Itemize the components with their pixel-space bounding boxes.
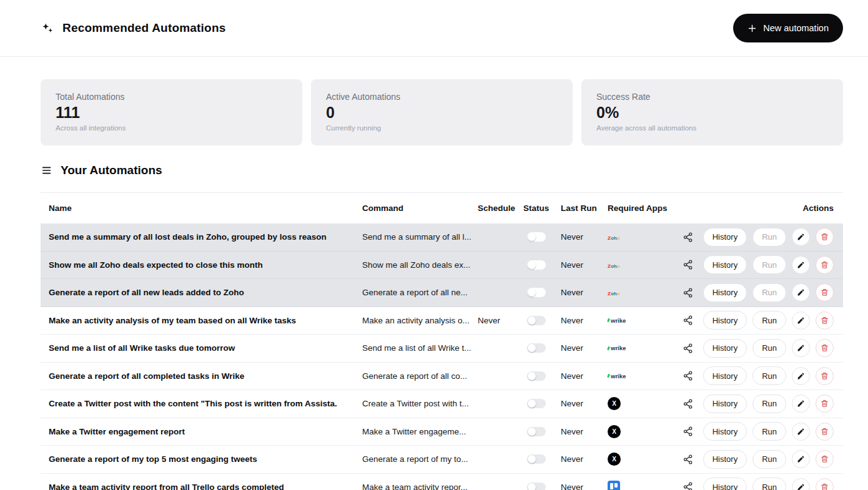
share-button[interactable] xyxy=(681,369,695,383)
status-toggle[interactable] xyxy=(527,288,546,297)
share-button[interactable] xyxy=(681,453,695,466)
share-button[interactable] xyxy=(681,480,695,490)
edit-button[interactable] xyxy=(792,478,810,490)
status-toggle[interactable] xyxy=(527,260,546,270)
delete-button[interactable] xyxy=(816,256,834,274)
pencil-icon xyxy=(797,455,805,463)
stat-card-total-automations: Total Automations 111 Across all integra… xyxy=(41,79,302,145)
status-toggle[interactable] xyxy=(527,454,546,464)
required-apps-cell: X xyxy=(608,397,679,410)
status-toggle[interactable] xyxy=(527,483,546,490)
run-button[interactable]: Run xyxy=(752,228,786,247)
run-button[interactable]: Run xyxy=(752,255,786,274)
share-button[interactable] xyxy=(681,313,695,327)
zoho-icon: Zoho xyxy=(608,232,620,242)
toggle-knob xyxy=(528,233,536,241)
history-button[interactable]: History xyxy=(703,311,747,330)
automation-command: Generate a report of all co... xyxy=(362,371,478,381)
edit-button[interactable] xyxy=(792,311,810,330)
stat-card-active-automations: Active Automations 0 Currently running xyxy=(311,79,573,145)
run-button[interactable]: Run xyxy=(752,478,786,490)
trash-icon xyxy=(821,399,829,408)
run-button[interactable]: Run xyxy=(752,422,786,441)
toggle-knob xyxy=(528,455,536,463)
status-toggle[interactable] xyxy=(527,343,546,353)
edit-button[interactable] xyxy=(792,423,810,441)
history-button[interactable]: History xyxy=(703,283,747,302)
twitter-x-icon: X xyxy=(608,397,621,410)
stats-row: Total Automations 111 Across all integra… xyxy=(41,79,843,145)
last-run-value: Never xyxy=(561,232,608,242)
edit-button[interactable] xyxy=(792,450,810,468)
share-button[interactable] xyxy=(681,230,695,244)
table-row: Generate a report of my top 5 most engag… xyxy=(41,446,843,474)
share-icon xyxy=(683,315,694,326)
history-button[interactable]: History xyxy=(703,478,747,490)
new-automation-button[interactable]: New automation xyxy=(733,14,843,42)
pencil-icon xyxy=(797,288,805,296)
share-button[interactable] xyxy=(681,341,695,355)
table-row: Show me all Zoho deals expected to close… xyxy=(41,252,843,280)
automation-command: Make a team activity repor... xyxy=(362,483,478,490)
page-header: Recommended Automations New automation xyxy=(0,0,868,57)
edit-button[interactable] xyxy=(792,228,810,246)
share-button[interactable] xyxy=(681,424,695,438)
pencil-icon xyxy=(797,483,805,490)
twitter-x-icon: X xyxy=(608,453,621,466)
status-toggle[interactable] xyxy=(527,316,546,325)
table-row: Make a Twitter engagement report Make a … xyxy=(41,418,843,446)
zoho-icon: Zoho xyxy=(608,260,620,270)
history-button[interactable]: History xyxy=(703,394,747,413)
delete-button[interactable] xyxy=(816,228,834,246)
automation-command: Make an activity analysis o... xyxy=(362,316,478,325)
delete-button[interactable] xyxy=(816,311,834,330)
wrike-icon: wrike xyxy=(608,345,626,351)
share-icon xyxy=(683,232,694,243)
history-button[interactable]: History xyxy=(703,450,747,469)
run-button[interactable]: Run xyxy=(752,394,786,413)
run-button[interactable]: Run xyxy=(752,311,786,330)
run-button[interactable]: Run xyxy=(752,366,786,385)
edit-button[interactable] xyxy=(792,256,810,274)
status-toggle[interactable] xyxy=(527,427,546,436)
table-row: Create a Twitter post with the content "… xyxy=(41,390,843,418)
new-automation-label: New automation xyxy=(763,23,829,33)
delete-button[interactable] xyxy=(816,394,834,413)
stat-subtext: Currently running xyxy=(326,124,558,132)
delete-button[interactable] xyxy=(816,450,834,468)
automation-command: Show me all Zoho deals ex... xyxy=(362,260,478,270)
delete-button[interactable] xyxy=(816,339,834,357)
pencil-icon xyxy=(797,233,805,241)
column-header-status: Status xyxy=(523,203,561,213)
delete-button[interactable] xyxy=(816,283,834,301)
status-toggle[interactable] xyxy=(527,371,546,381)
toggle-knob xyxy=(528,483,536,490)
required-apps-cell: X xyxy=(608,453,679,466)
status-toggle[interactable] xyxy=(527,399,546,408)
automation-command: Send me a summary of all l... xyxy=(362,232,478,242)
history-button[interactable]: History xyxy=(703,228,747,247)
edit-button[interactable] xyxy=(792,367,810,385)
run-button[interactable]: Run xyxy=(752,450,786,469)
history-button[interactable]: History xyxy=(703,339,747,358)
run-button[interactable]: Run xyxy=(752,339,786,358)
delete-button[interactable] xyxy=(816,367,834,385)
edit-button[interactable] xyxy=(792,339,810,357)
edit-button[interactable] xyxy=(792,394,810,413)
history-button[interactable]: History xyxy=(703,255,747,274)
history-button[interactable]: History xyxy=(703,366,747,385)
status-toggle[interactable] xyxy=(527,232,546,242)
history-button[interactable]: History xyxy=(703,422,747,441)
share-button[interactable] xyxy=(681,286,695,300)
run-button[interactable]: Run xyxy=(752,283,786,302)
delete-button[interactable] xyxy=(816,478,834,490)
required-apps-cell: wrike xyxy=(608,373,679,380)
table-row: Send me a list of all Wrike tasks due to… xyxy=(41,335,843,363)
edit-button[interactable] xyxy=(792,283,810,301)
table-header-row: Name Command Schedule Status Last Run Re… xyxy=(41,193,843,223)
share-button[interactable] xyxy=(681,258,695,272)
automations-table: Name Command Schedule Status Last Run Re… xyxy=(41,192,843,490)
share-button[interactable] xyxy=(681,397,695,411)
delete-button[interactable] xyxy=(816,423,834,441)
column-header-actions: Actions xyxy=(679,203,843,213)
